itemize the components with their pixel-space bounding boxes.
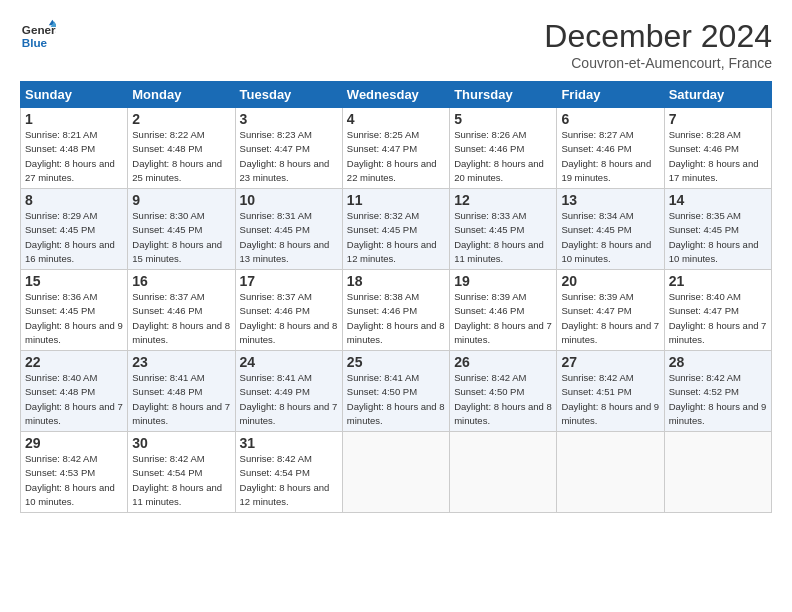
day-info: Sunrise: 8:42 AMSunset: 4:52 PMDaylight:… xyxy=(669,372,767,426)
table-row: 17 Sunrise: 8:37 AMSunset: 4:46 PMDaylig… xyxy=(235,270,342,351)
logo: General Blue xyxy=(20,18,56,54)
day-number: 5 xyxy=(454,111,552,127)
day-number: 2 xyxy=(132,111,230,127)
empty-cell xyxy=(450,432,557,513)
day-number: 21 xyxy=(669,273,767,289)
table-row: 31 Sunrise: 8:42 AMSunset: 4:54 PMDaylig… xyxy=(235,432,342,513)
day-info: Sunrise: 8:28 AMSunset: 4:46 PMDaylight:… xyxy=(669,129,759,183)
logo-icon: General Blue xyxy=(20,18,56,54)
table-row: 19 Sunrise: 8:39 AMSunset: 4:46 PMDaylig… xyxy=(450,270,557,351)
day-info: Sunrise: 8:39 AMSunset: 4:46 PMDaylight:… xyxy=(454,291,552,345)
col-tuesday: Tuesday xyxy=(235,82,342,108)
table-row: 2 Sunrise: 8:22 AMSunset: 4:48 PMDayligh… xyxy=(128,108,235,189)
day-info: Sunrise: 8:41 AMSunset: 4:50 PMDaylight:… xyxy=(347,372,445,426)
day-number: 25 xyxy=(347,354,445,370)
day-number: 13 xyxy=(561,192,659,208)
header: General Blue December 2024 Couvron-et-Au… xyxy=(20,18,772,71)
table-row: 28 Sunrise: 8:42 AMSunset: 4:52 PMDaylig… xyxy=(664,351,771,432)
table-row: 15 Sunrise: 8:36 AMSunset: 4:45 PMDaylig… xyxy=(21,270,128,351)
day-info: Sunrise: 8:41 AMSunset: 4:49 PMDaylight:… xyxy=(240,372,338,426)
day-number: 4 xyxy=(347,111,445,127)
day-number: 30 xyxy=(132,435,230,451)
table-row: 3 Sunrise: 8:23 AMSunset: 4:47 PMDayligh… xyxy=(235,108,342,189)
day-number: 23 xyxy=(132,354,230,370)
day-info: Sunrise: 8:40 AMSunset: 4:47 PMDaylight:… xyxy=(669,291,767,345)
col-sunday: Sunday xyxy=(21,82,128,108)
day-number: 20 xyxy=(561,273,659,289)
day-number: 9 xyxy=(132,192,230,208)
week-row: 15 Sunrise: 8:36 AMSunset: 4:45 PMDaylig… xyxy=(21,270,772,351)
day-info: Sunrise: 8:35 AMSunset: 4:45 PMDaylight:… xyxy=(669,210,759,264)
day-info: Sunrise: 8:25 AMSunset: 4:47 PMDaylight:… xyxy=(347,129,437,183)
col-monday: Monday xyxy=(128,82,235,108)
day-number: 8 xyxy=(25,192,123,208)
table-row: 29 Sunrise: 8:42 AMSunset: 4:53 PMDaylig… xyxy=(21,432,128,513)
header-row: Sunday Monday Tuesday Wednesday Thursday… xyxy=(21,82,772,108)
day-info: Sunrise: 8:36 AMSunset: 4:45 PMDaylight:… xyxy=(25,291,123,345)
day-number: 19 xyxy=(454,273,552,289)
day-info: Sunrise: 8:37 AMSunset: 4:46 PMDaylight:… xyxy=(132,291,230,345)
table-row: 7 Sunrise: 8:28 AMSunset: 4:46 PMDayligh… xyxy=(664,108,771,189)
day-info: Sunrise: 8:21 AMSunset: 4:48 PMDaylight:… xyxy=(25,129,115,183)
day-info: Sunrise: 8:32 AMSunset: 4:45 PMDaylight:… xyxy=(347,210,437,264)
day-number: 18 xyxy=(347,273,445,289)
day-info: Sunrise: 8:39 AMSunset: 4:47 PMDaylight:… xyxy=(561,291,659,345)
day-info: Sunrise: 8:42 AMSunset: 4:54 PMDaylight:… xyxy=(132,453,222,507)
week-row: 1 Sunrise: 8:21 AMSunset: 4:48 PMDayligh… xyxy=(21,108,772,189)
day-info: Sunrise: 8:40 AMSunset: 4:48 PMDaylight:… xyxy=(25,372,123,426)
day-info: Sunrise: 8:34 AMSunset: 4:45 PMDaylight:… xyxy=(561,210,651,264)
calendar-subtitle: Couvron-et-Aumencourt, France xyxy=(544,55,772,71)
calendar-table: Sunday Monday Tuesday Wednesday Thursday… xyxy=(20,81,772,513)
day-number: 17 xyxy=(240,273,338,289)
day-number: 15 xyxy=(25,273,123,289)
table-row: 1 Sunrise: 8:21 AMSunset: 4:48 PMDayligh… xyxy=(21,108,128,189)
empty-cell xyxy=(557,432,664,513)
day-number: 1 xyxy=(25,111,123,127)
day-info: Sunrise: 8:37 AMSunset: 4:46 PMDaylight:… xyxy=(240,291,338,345)
table-row: 6 Sunrise: 8:27 AMSunset: 4:46 PMDayligh… xyxy=(557,108,664,189)
title-block: December 2024 Couvron-et-Aumencourt, Fra… xyxy=(544,18,772,71)
day-info: Sunrise: 8:42 AMSunset: 4:53 PMDaylight:… xyxy=(25,453,115,507)
day-number: 6 xyxy=(561,111,659,127)
day-info: Sunrise: 8:33 AMSunset: 4:45 PMDaylight:… xyxy=(454,210,544,264)
table-row: 11 Sunrise: 8:32 AMSunset: 4:45 PMDaylig… xyxy=(342,189,449,270)
week-row: 22 Sunrise: 8:40 AMSunset: 4:48 PMDaylig… xyxy=(21,351,772,432)
day-info: Sunrise: 8:23 AMSunset: 4:47 PMDaylight:… xyxy=(240,129,330,183)
day-number: 7 xyxy=(669,111,767,127)
table-row: 9 Sunrise: 8:30 AMSunset: 4:45 PMDayligh… xyxy=(128,189,235,270)
col-friday: Friday xyxy=(557,82,664,108)
table-row: 30 Sunrise: 8:42 AMSunset: 4:54 PMDaylig… xyxy=(128,432,235,513)
day-info: Sunrise: 8:27 AMSunset: 4:46 PMDaylight:… xyxy=(561,129,651,183)
table-row: 18 Sunrise: 8:38 AMSunset: 4:46 PMDaylig… xyxy=(342,270,449,351)
day-number: 16 xyxy=(132,273,230,289)
table-row: 13 Sunrise: 8:34 AMSunset: 4:45 PMDaylig… xyxy=(557,189,664,270)
day-info: Sunrise: 8:26 AMSunset: 4:46 PMDaylight:… xyxy=(454,129,544,183)
day-number: 31 xyxy=(240,435,338,451)
day-number: 26 xyxy=(454,354,552,370)
day-number: 28 xyxy=(669,354,767,370)
day-info: Sunrise: 8:42 AMSunset: 4:54 PMDaylight:… xyxy=(240,453,330,507)
week-row: 29 Sunrise: 8:42 AMSunset: 4:53 PMDaylig… xyxy=(21,432,772,513)
table-row: 16 Sunrise: 8:37 AMSunset: 4:46 PMDaylig… xyxy=(128,270,235,351)
day-info: Sunrise: 8:29 AMSunset: 4:45 PMDaylight:… xyxy=(25,210,115,264)
day-info: Sunrise: 8:22 AMSunset: 4:48 PMDaylight:… xyxy=(132,129,222,183)
day-number: 24 xyxy=(240,354,338,370)
empty-cell xyxy=(664,432,771,513)
day-info: Sunrise: 8:41 AMSunset: 4:48 PMDaylight:… xyxy=(132,372,230,426)
day-info: Sunrise: 8:38 AMSunset: 4:46 PMDaylight:… xyxy=(347,291,445,345)
day-info: Sunrise: 8:31 AMSunset: 4:45 PMDaylight:… xyxy=(240,210,330,264)
table-row: 14 Sunrise: 8:35 AMSunset: 4:45 PMDaylig… xyxy=(664,189,771,270)
day-number: 22 xyxy=(25,354,123,370)
table-row: 26 Sunrise: 8:42 AMSunset: 4:50 PMDaylig… xyxy=(450,351,557,432)
col-thursday: Thursday xyxy=(450,82,557,108)
table-row: 12 Sunrise: 8:33 AMSunset: 4:45 PMDaylig… xyxy=(450,189,557,270)
week-row: 8 Sunrise: 8:29 AMSunset: 4:45 PMDayligh… xyxy=(21,189,772,270)
day-number: 27 xyxy=(561,354,659,370)
day-number: 3 xyxy=(240,111,338,127)
day-number: 11 xyxy=(347,192,445,208)
table-row: 25 Sunrise: 8:41 AMSunset: 4:50 PMDaylig… xyxy=(342,351,449,432)
day-info: Sunrise: 8:30 AMSunset: 4:45 PMDaylight:… xyxy=(132,210,222,264)
day-number: 14 xyxy=(669,192,767,208)
calendar-title: December 2024 xyxy=(544,18,772,55)
table-row: 27 Sunrise: 8:42 AMSunset: 4:51 PMDaylig… xyxy=(557,351,664,432)
